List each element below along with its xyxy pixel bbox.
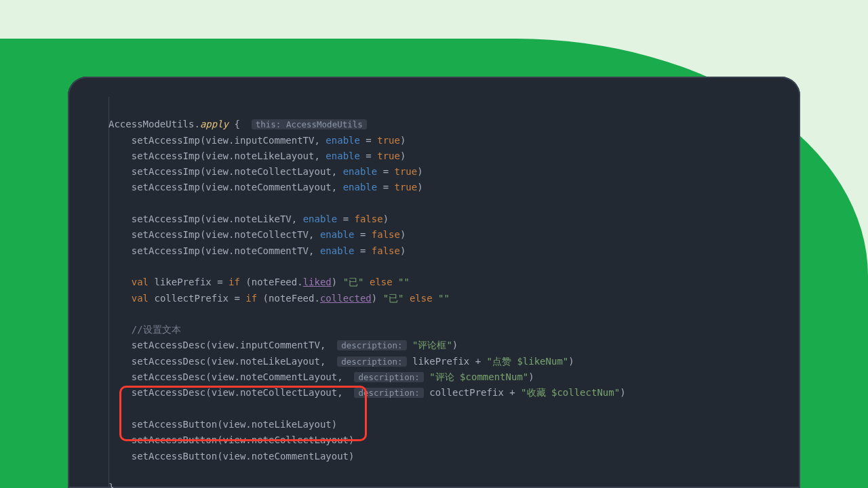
code-line: setAccessImp(view.noteCollectTV, enable … (108, 229, 406, 240)
code-line: setAccessButton(view.noteCommentLayout) (108, 451, 354, 462)
code-line: AccessModeUtils.apply { this: AccessMode… (108, 119, 367, 129)
code-blank (108, 403, 114, 414)
code-content[interactable]: AccessModeUtils.apply { this: AccessMode… (108, 101, 626, 488)
code-blank (108, 308, 114, 319)
code-blank (108, 261, 114, 272)
code-line: setAccessImp(view.noteLikeTV, enable = f… (108, 214, 389, 224)
inline-hint: description: (354, 388, 423, 398)
code-line: setAccessDesc(view.inputCommentTV, descr… (108, 340, 458, 350)
code-line: setAccessImp(view.noteCommentTV, enable … (108, 245, 406, 256)
code-line: setAccessDesc(view.noteCollectLayout, de… (108, 387, 626, 398)
inline-hint: description: (354, 372, 423, 382)
inline-hint: this: AccessModeUtils (252, 119, 367, 129)
code-line: } (108, 482, 114, 488)
code-editor-window: AccessModeUtils.apply { this: AccessMode… (68, 77, 800, 488)
code-line: setAccessButton(view.noteLikeLayout) (108, 419, 337, 430)
code-line: val likePrefix = if (noteFeed.liked) "已"… (108, 277, 410, 287)
inline-hint: description: (337, 357, 406, 367)
code-line: setAccessImp(view.noteCommentLayout, ena… (108, 182, 423, 192)
code-line: setAccessDesc(view.noteLikeLayout, descr… (108, 356, 574, 367)
code-line: setAccessButton(view.noteCollectLayout) (108, 434, 354, 445)
code-line: val collectPrefix = if (noteFeed.collect… (108, 293, 450, 304)
code-line: //设置文本 (108, 324, 181, 335)
code-line: setAccessImp(view.noteCollectLayout, ena… (108, 166, 423, 177)
code-line: setAccessImp(view.inputCommentTV, enable… (108, 135, 406, 146)
code-blank (108, 198, 114, 209)
code-blank (108, 466, 114, 477)
code-line: setAccessImp(view.noteLikeLayout, enable… (108, 150, 406, 161)
inline-hint: description: (337, 340, 406, 350)
code-line: setAccessDesc(view.noteCommentLayout, de… (108, 371, 534, 382)
